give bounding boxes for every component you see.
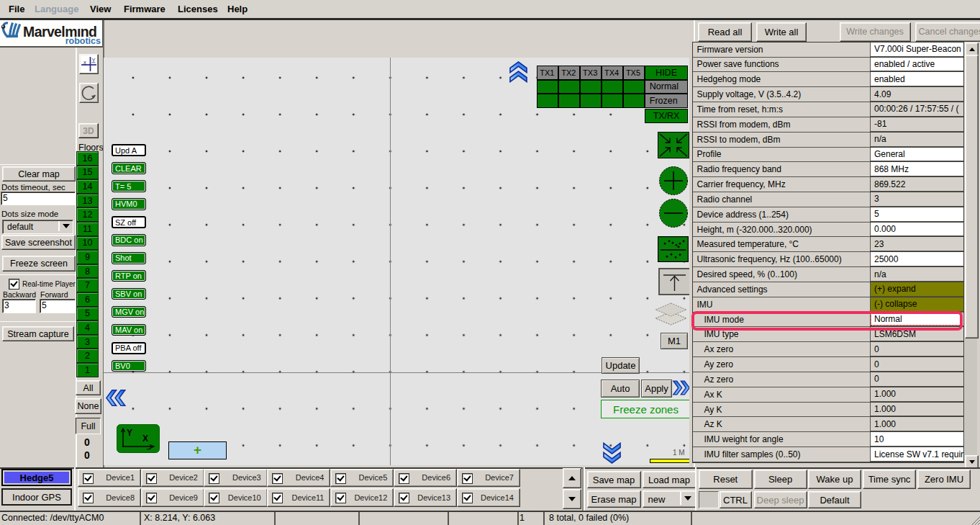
svg-text:Y: Y <box>92 57 96 63</box>
svg-text:Y: Y <box>127 428 132 438</box>
svg-text:x: x <box>83 59 86 66</box>
svg-text:X: X <box>142 434 148 444</box>
